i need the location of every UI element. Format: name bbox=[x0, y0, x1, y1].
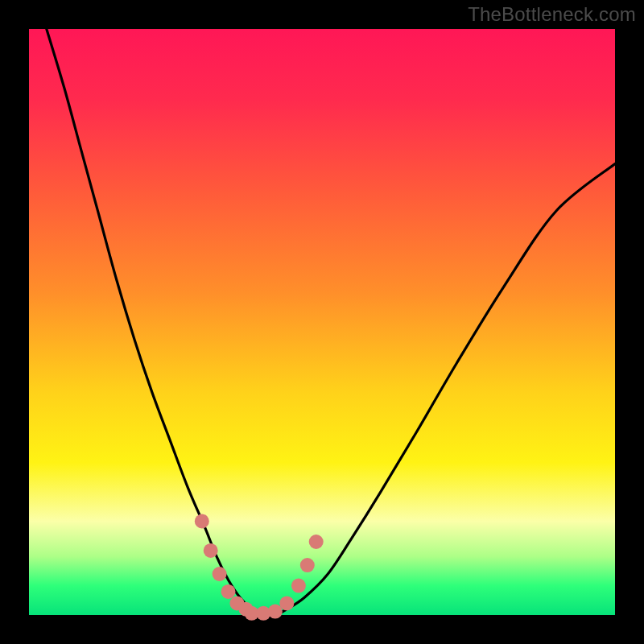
bottleneck-chart bbox=[0, 0, 644, 644]
data-dot bbox=[279, 596, 294, 610]
data-dot bbox=[204, 543, 218, 558]
data-dot bbox=[300, 558, 315, 572]
data-dot bbox=[195, 514, 209, 529]
data-dot bbox=[221, 584, 236, 599]
plot-background bbox=[29, 29, 615, 615]
data-dot bbox=[291, 579, 306, 593]
data-dot bbox=[213, 567, 227, 581]
data-dot bbox=[268, 605, 283, 619]
watermark-label: TheBottleneck.com bbox=[468, 3, 636, 26]
data-dot bbox=[309, 535, 324, 549]
chart-frame: TheBottleneck.com bbox=[0, 0, 644, 644]
